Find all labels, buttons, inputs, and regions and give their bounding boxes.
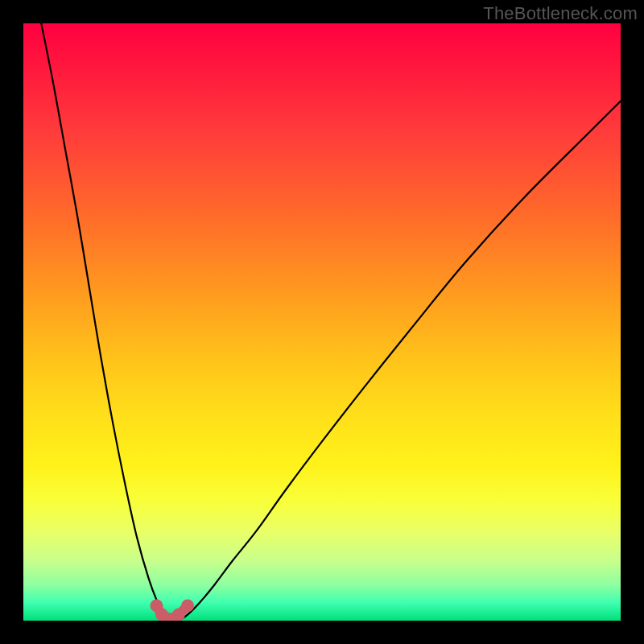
- watermark-text: TheBottleneck.com: [483, 3, 638, 24]
- curves-layer: [23, 23, 621, 621]
- plot-area: [23, 23, 621, 621]
- bottleneck-curve-left-branch: [41, 23, 167, 621]
- bottom-marker-dot: [181, 599, 194, 612]
- chart-container: TheBottleneck.com: [0, 0, 644, 644]
- bottleneck-curve-right-branch: [179, 101, 621, 621]
